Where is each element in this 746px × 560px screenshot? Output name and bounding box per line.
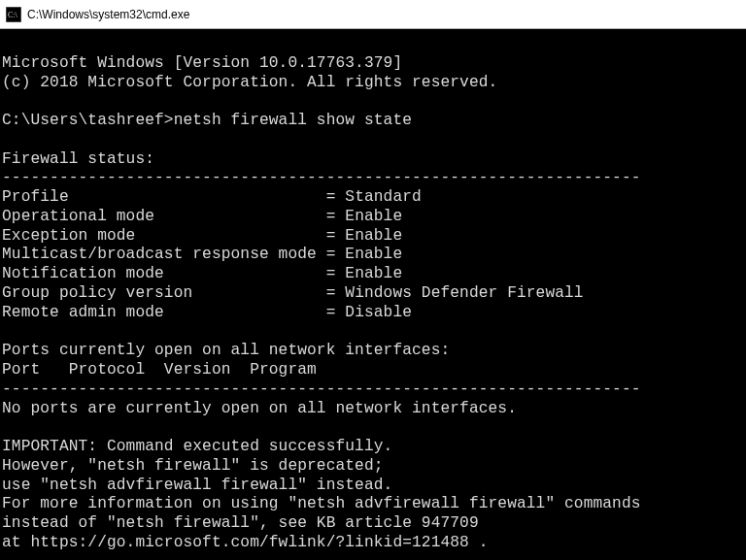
command-input[interactable]: netsh firewall show state [174,112,412,129]
svg-text:C:\: C:\ [8,11,18,19]
status-row: Operational mode = Enable [2,208,402,225]
important-line: use "netsh advfirewall firewall" instead… [2,477,392,494]
separator: ----------------------------------------… [2,169,641,186]
status-row: Group policy version = Windows Defender … [2,284,584,302]
important-line: instead of "netsh firewall", see KB arti… [2,514,479,532]
banner-line: (c) 2018 Microsoft Corporation. All righ… [2,74,497,91]
cmd-icon: C:\ [6,7,21,22]
ports-heading: Ports currently open on all network inte… [2,342,450,359]
status-row: Notification mode = Enable [2,265,402,282]
terminal-output: Microsoft Windows [Version 10.0.17763.37… [0,29,746,560]
status-row: Remote admin mode = Disable [2,304,412,321]
important-line: For more information on using "netsh adv… [2,495,641,512]
separator: ----------------------------------------… [2,380,641,398]
status-row: Exception mode = Enable [2,227,402,245]
status-row: Profile = Standard [2,188,422,206]
important-line: However, "netsh firewall" is deprecated; [2,457,384,475]
window-title-bar[interactable]: C:\ C:\Windows\system32\cmd.exe [0,0,746,29]
important-line: IMPORTANT: Command executed successfully… [2,438,392,455]
banner-line: Microsoft Windows [Version 10.0.17763.37… [2,54,402,72]
status-row: Multicast/broadcast response mode = Enab… [2,246,402,263]
ports-columns: Port Protocol Version Program [2,361,317,379]
no-ports-line: No ports are currently open on all netwo… [2,400,517,417]
prompt: C:\Users\tashreef> [2,112,174,129]
status-heading: Firewall status: [2,150,154,168]
window-title: C:\Windows\system32\cmd.exe [27,8,189,21]
important-line: at https://go.microsoft.com/fwlink/?link… [2,534,489,551]
